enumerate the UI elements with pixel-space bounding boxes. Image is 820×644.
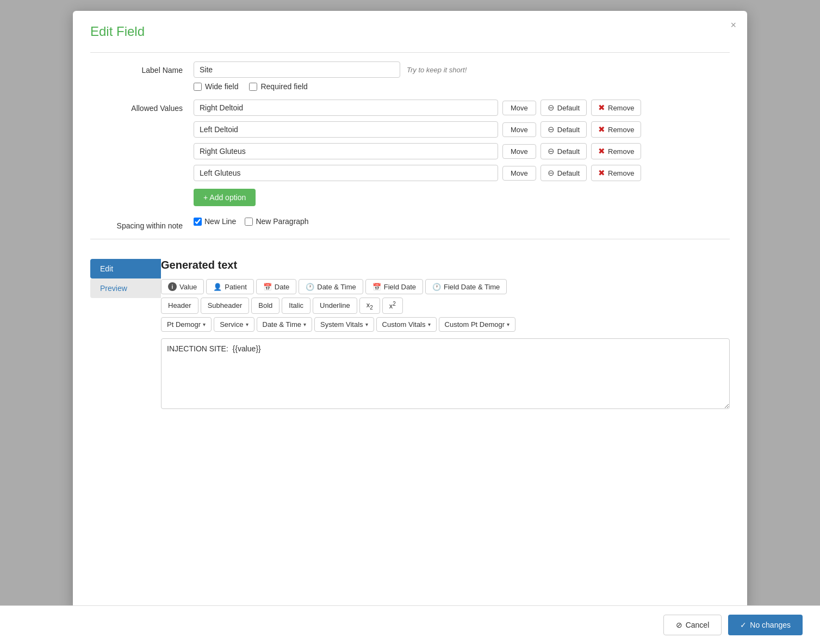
- toolbar-ptdemogr-btn[interactable]: Pt Demogr ▾: [161, 317, 212, 332]
- generated-text-title: Generated text: [161, 259, 730, 271]
- minus-icon-0: ⊖: [548, 103, 555, 113]
- x-icon-2: ✖: [598, 146, 605, 156]
- toolbar-fielddate-btn[interactable]: 📅 Field Date: [365, 279, 423, 294]
- toolbar-datetime-btn[interactable]: 🕐 Date & Time: [299, 279, 363, 294]
- toolbar-row-3: Pt Demogr ▾ Service ▾ Date & Time ▾ Sy: [161, 317, 730, 332]
- calendar2-icon: 📅: [372, 283, 381, 291]
- new-line-label[interactable]: New Line: [194, 217, 236, 226]
- allowed-value-input-1[interactable]: [194, 121, 498, 138]
- toolbar-sup2-btn[interactable]: x2: [382, 298, 403, 314]
- wide-field-label: Wide field: [205, 82, 238, 91]
- toolbar-sub2-btn[interactable]: x2: [359, 298, 380, 314]
- label-name-input[interactable]: [194, 61, 400, 78]
- move-button-3[interactable]: Move: [502, 166, 536, 181]
- toolbar-fielddatetime-btn[interactable]: 🕐 Field Date & Time: [425, 279, 507, 294]
- allowed-values-row: Allowed Values Move ⊖ Default ✖ Remove: [90, 100, 730, 208]
- underline-label: Underline: [320, 301, 350, 309]
- label-name-row: Label Name Try to keep it short! Wide fi…: [90, 61, 730, 91]
- datetime2-caret: ▾: [303, 321, 306, 327]
- systemvitals-label: System Vitals: [320, 320, 363, 329]
- checkmark-icon: ✓: [740, 621, 747, 629]
- minus-icon-2: ⊖: [548, 146, 555, 156]
- toolbar-patient-btn[interactable]: 👤 Patient: [206, 279, 253, 294]
- close-button[interactable]: ×: [730, 20, 736, 31]
- allowed-values-content: Move ⊖ Default ✖ Remove Move ⊖: [194, 100, 730, 208]
- toolbar-datetime2-btn[interactable]: Date & Time ▾: [257, 317, 313, 332]
- info-icon: i: [168, 282, 177, 291]
- generated-text-textarea[interactable]: INJECTION SITE: {{value}}: [161, 338, 730, 409]
- wide-field-checkbox[interactable]: [194, 83, 202, 91]
- required-field-checkbox-label[interactable]: Required field: [249, 82, 307, 91]
- tab-edit[interactable]: Edit: [90, 259, 161, 278]
- new-line-checkbox[interactable]: [194, 218, 202, 226]
- allowed-values-label: Allowed Values: [90, 100, 194, 113]
- allowed-value-row-1: Move ⊖ Default ✖ Remove: [194, 121, 730, 138]
- required-field-label: Required field: [260, 82, 307, 91]
- tab-preview[interactable]: Preview: [90, 278, 161, 298]
- gen-sidebar: Edit Preview: [90, 259, 161, 411]
- move-button-0[interactable]: Move: [502, 101, 536, 115]
- cancel-label: Cancel: [686, 621, 710, 629]
- toolbar-subheader-btn[interactable]: Subheader: [201, 298, 250, 314]
- datetime2-label: Date & Time: [263, 320, 302, 329]
- wide-field-checkbox-label[interactable]: Wide field: [194, 82, 238, 91]
- default-label-3: Default: [557, 169, 580, 177]
- default-label-2: Default: [557, 147, 580, 156]
- section-divider: [90, 239, 730, 239]
- minus-icon-1: ⊖: [548, 125, 555, 134]
- default-label-0: Default: [557, 104, 580, 112]
- toolbar-systemvitals-btn[interactable]: System Vitals ▾: [314, 317, 374, 332]
- default-button-2[interactable]: ⊖ Default: [541, 143, 587, 159]
- new-line-text: New Line: [204, 217, 236, 226]
- toolbar-service-btn[interactable]: Service ▾: [214, 317, 254, 332]
- new-paragraph-checkbox[interactable]: [245, 218, 253, 226]
- toolbar-customvitals-btn[interactable]: Custom Vitals ▾: [376, 317, 437, 332]
- remove-button-3[interactable]: ✖ Remove: [591, 165, 641, 181]
- toolbar-customptdemogr-btn[interactable]: Custom Pt Demogr ▾: [439, 317, 516, 332]
- remove-button-2[interactable]: ✖ Remove: [591, 143, 641, 159]
- no-changes-button[interactable]: ✓ No changes: [728, 615, 803, 635]
- toolbar-date-btn[interactable]: 📅 Date: [256, 279, 296, 294]
- toolbar-datetime-label: Date & Time: [317, 283, 356, 291]
- bold-label: Bold: [258, 301, 272, 309]
- subheader-label: Subheader: [208, 301, 243, 309]
- generated-layout: Edit Preview Generated text i Value 👤: [90, 259, 730, 411]
- toolbar-underline-btn[interactable]: Underline: [313, 298, 357, 314]
- move-button-2[interactable]: Move: [502, 144, 536, 159]
- toolbar-row-2: Header Subheader Bold Italic Underline: [161, 298, 730, 314]
- move-button-1[interactable]: Move: [502, 122, 536, 137]
- customptdemogr-label: Custom Pt Demogr: [445, 320, 505, 329]
- remove-button-1[interactable]: ✖ Remove: [591, 121, 641, 138]
- required-field-checkbox[interactable]: [249, 83, 257, 91]
- label-name-label: Label Name: [90, 61, 194, 75]
- clock2-icon: 🕐: [432, 283, 441, 291]
- calendar-icon: 📅: [263, 283, 272, 291]
- x-icon-1: ✖: [598, 125, 605, 134]
- gen-main: Generated text i Value 👤 Patient 📅: [161, 259, 730, 411]
- remove-label-3: Remove: [608, 169, 634, 177]
- sub2-label: x2: [366, 301, 373, 311]
- toolbar-bold-btn[interactable]: Bold: [251, 298, 279, 314]
- default-button-3[interactable]: ⊖ Default: [541, 165, 587, 181]
- x-icon-0: ✖: [598, 103, 605, 113]
- toolbar-value-label: Value: [179, 283, 197, 291]
- toolbar-value-btn[interactable]: i Value: [161, 279, 204, 294]
- ptdemogr-label: Pt Demogr: [167, 320, 201, 329]
- bottom-bar: ⊘ Cancel ✓ No changes: [0, 605, 820, 644]
- spacing-content: New Line New Paragraph: [194, 217, 730, 226]
- default-button-1[interactable]: ⊖ Default: [541, 121, 587, 138]
- customptdemogr-caret: ▾: [507, 321, 510, 327]
- default-button-0[interactable]: ⊖ Default: [541, 100, 587, 116]
- allowed-value-input-3[interactable]: [194, 165, 498, 181]
- toolbar-italic-btn[interactable]: Italic: [282, 298, 310, 314]
- toolbar-header-btn[interactable]: Header: [161, 298, 198, 314]
- add-option-button[interactable]: + Add option: [194, 189, 256, 206]
- new-paragraph-label[interactable]: New Paragraph: [245, 217, 308, 226]
- allowed-value-input-2[interactable]: [194, 143, 498, 159]
- allowed-value-input-0[interactable]: [194, 100, 498, 116]
- toolbar-row-1: i Value 👤 Patient 📅 Date 🕐: [161, 279, 730, 294]
- cancel-button[interactable]: ⊘ Cancel: [663, 615, 722, 635]
- remove-button-0[interactable]: ✖ Remove: [591, 100, 641, 116]
- no-changes-label: No changes: [750, 621, 791, 629]
- spacing-row: Spacing within note New Line New Paragra…: [90, 217, 730, 230]
